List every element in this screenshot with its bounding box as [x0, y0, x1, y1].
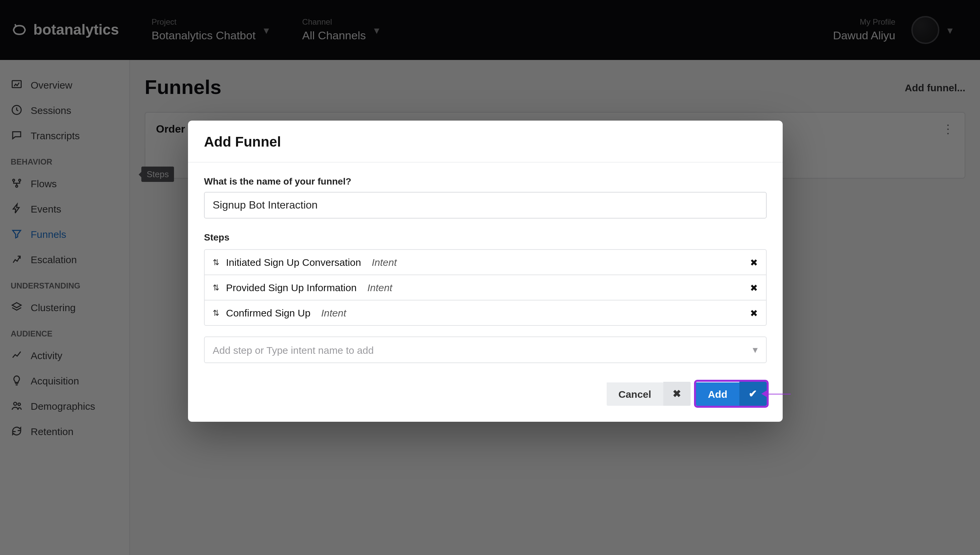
add-step-placeholder: Add step or Type intent name to add — [213, 344, 374, 356]
funnel-name-input[interactable] — [204, 192, 767, 218]
caret-down-icon: ▾ — [753, 344, 758, 356]
check-icon: ✔ — [739, 382, 767, 406]
remove-step-icon[interactable]: ✖ — [750, 282, 758, 293]
modal-title: Add Funnel — [204, 134, 767, 150]
add-funnel-modal: Add Funnel What is the name of your funn… — [188, 120, 783, 422]
add-button[interactable]: Add ✔ — [696, 382, 767, 406]
step-kind: Intent — [321, 307, 346, 318]
sort-icon[interactable]: ⇅ — [213, 258, 219, 267]
steps-section-label: Steps — [204, 232, 767, 242]
step-row[interactable]: ⇅Confirmed Sign UpIntent✖ — [205, 300, 766, 325]
steps-list: ⇅Initiated Sign Up ConversationIntent✖⇅P… — [204, 249, 767, 326]
step-kind: Intent — [372, 257, 397, 268]
sort-icon[interactable]: ⇅ — [213, 308, 219, 318]
funnel-name-label: What is the name of your funnel? — [204, 176, 767, 186]
step-name: Initiated Sign Up Conversation — [226, 257, 361, 268]
remove-step-icon[interactable]: ✖ — [750, 308, 758, 318]
cancel-button[interactable]: Cancel ✖ — [606, 382, 690, 406]
remove-step-icon[interactable]: ✖ — [750, 257, 758, 268]
cancel-button-label: Cancel — [606, 382, 663, 406]
step-kind: Intent — [367, 282, 392, 293]
close-icon: ✖ — [664, 382, 691, 406]
sort-icon[interactable]: ⇅ — [213, 283, 219, 292]
step-name: Provided Sign Up Information — [226, 282, 357, 293]
step-name: Confirmed Sign Up — [226, 307, 310, 318]
add-step-input[interactable]: Add step or Type intent name to add ▾ — [204, 337, 767, 363]
step-row[interactable]: ⇅Initiated Sign Up ConversationIntent✖ — [205, 250, 766, 275]
add-button-label: Add — [696, 382, 739, 406]
step-row[interactable]: ⇅Provided Sign Up InformationIntent✖ — [205, 275, 766, 300]
